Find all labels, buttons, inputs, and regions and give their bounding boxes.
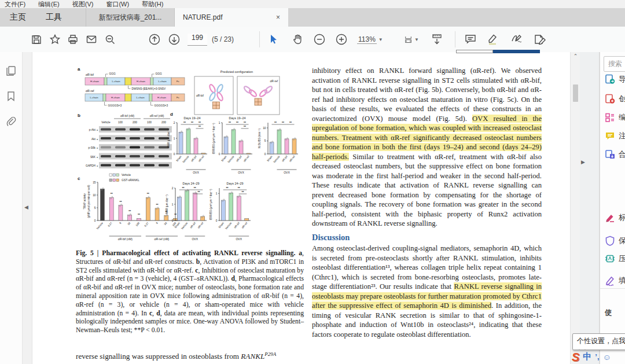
vertical-scrollbar[interactable]: ⌃ [570,52,580,364]
menu-window[interactable]: 窗口(W) [106,0,129,9]
svg-text:S6K: S6K [90,156,96,159]
left-panel-divider[interactable]: ◀ [23,52,32,364]
next-page-button[interactable] [167,32,182,47]
pages-icon [5,65,17,76]
tool-label: 保 [619,236,625,246]
scroll-up-icon[interactable]: ⌃ [571,53,580,59]
sogou-logo-icon[interactable]: S [572,351,579,363]
svg-text:**: ** [289,121,292,124]
personalization-tooltip[interactable]: 个性设置，点我 [572,333,625,350]
svg-text:0.27: 0.27 [144,222,149,227]
close-icon[interactable]: × [276,13,280,21]
svg-text:OVX: OVX [238,171,244,174]
fit-width-button[interactable]: ▼ [404,32,419,47]
svg-text:0: 0 [174,153,175,156]
doc-tab-nature[interactable]: NATURE.pdf × [174,8,288,27]
svg-text:BFR/BS (μm³ μm⁻² day⁻¹): BFR/BS (μm³ μm⁻² day⁻¹) [209,189,212,220]
tool-protect[interactable]: 保 [605,236,625,246]
collapse-left-icon[interactable]: ◀ [24,204,28,210]
svg-text:αR-bif: αR-bif [236,155,242,162]
tool-fill-sign[interactable]: 填 [605,275,625,286]
ime-language-toggle[interactable]: 中 [583,351,591,362]
svg-text:0.27: 0.27 [107,222,113,227]
print-button[interactable] [65,32,80,47]
chevron-down-icon: ▼ [378,37,383,42]
svg-text:OVX: OVX [284,171,290,174]
svg-text:OVX: OVX [236,237,242,241]
doc-tab-coronavirus[interactable]: 新型冠状病毒_201... [86,8,174,27]
svg-text:αR-ref: αR-ref [289,155,296,163]
ink-sign-icon [510,33,524,46]
arrow-up-circle-icon [148,33,161,46]
svg-text:H-chain: H-chain [90,80,99,83]
ime-punctuation-toggle[interactable]: ’, [595,352,599,361]
tool-compress-pdf[interactable]: 压 [605,253,625,264]
tool-organize-pages[interactable]: 编 [605,112,625,123]
svg-text:αR-bif: αR-bif [233,221,240,229]
svg-text:5: 5 [264,139,266,142]
export-pdf-icon [605,74,615,84]
fit-page-button[interactable] [429,32,444,47]
expand-right-icon[interactable]: ▶ [581,159,585,165]
svg-text:H-chain: H-chain [157,96,166,99]
previous-page-button[interactable] [147,32,162,47]
tool-label: 标 [619,212,625,223]
highlight-button[interactable] [485,32,500,47]
svg-text:Days 19–24: Days 19–24 [184,116,201,120]
svg-text:αR-bif (nM): αR-bif (nM) [120,115,134,117]
svg-text:p-S6k: p-S6k [88,146,95,149]
comment-icon [605,131,615,141]
save-button[interactable] [29,32,44,47]
search-input[interactable]: 搜索 [604,56,625,72]
fill-sign-icon [605,275,615,286]
select-tool-button[interactable] [266,32,281,47]
tab-home[interactable]: 主页 [0,8,36,27]
svg-text:**: ** [138,213,140,216]
tool-create-pdf[interactable]: 创 [605,94,625,104]
sign-button[interactable] [509,32,524,47]
svg-text:**: ** [147,192,149,196]
comment-icon [464,33,477,46]
tab-tools[interactable]: 工具 [36,8,72,27]
comment-button[interactable] [463,32,478,47]
attachments-button[interactable] [5,116,17,127]
tool-export-pdf[interactable]: 导 [605,74,625,84]
doc-tab-title: NATURE.pdf [183,13,222,21]
tool-combine-files[interactable]: 合 [605,149,625,160]
hand-tool-button[interactable] [290,32,305,47]
menu-help[interactable]: 帮助(H) [142,0,163,9]
tool-redact[interactable]: 标 [605,212,625,223]
menu-edit[interactable]: 编辑(E) [38,0,60,9]
svg-text:αR-bif (nM): αR-bif (nM) [118,237,133,241]
page-thumbnails-button[interactable] [5,65,17,76]
email-button[interactable] [84,32,99,47]
search-button[interactable] [102,32,117,47]
ime-emoji-button[interactable]: ☺ [603,352,611,362]
edit-page-button[interactable] [532,32,547,47]
paragraph: inhibitory effect on RANKL forward signa… [312,66,542,229]
figure-caption: Fig. 5 | Pharmacological effect of activ… [76,249,304,335]
redact-icon [605,212,615,223]
svg-text:▸: ▸ [97,156,98,159]
zoom-in-button[interactable] [334,32,349,47]
menu-file[interactable]: 文件(F) [5,0,25,9]
compress-pdf-icon [605,253,615,264]
bookmarks-button[interactable] [5,90,17,102]
svg-text:Vehicle: Vehicle [101,121,111,124]
menu-view[interactable]: 视图(V) [72,0,94,9]
page-number-input[interactable]: 199 [188,34,207,46]
svg-text:1: 1 [172,203,174,206]
svg-text:Vehicle: Vehicle [122,173,131,177]
arrow-down-circle-icon [168,33,181,46]
scrollbar-thumb[interactable] [573,84,578,102]
zoom-out-button[interactable] [312,32,327,47]
favorite-button[interactable] [47,32,62,47]
svg-text:OVX: OVX [192,237,198,241]
tool-comment[interactable]: 注 [605,131,625,141]
svg-text:MAR (μm day⁻¹): MAR (μm day⁻¹) [167,128,170,148]
svg-text:DWSNS-(EEAKK)×3-SNSV: DWSNS-(EEAKK)×3-SNSV [132,87,167,90]
zoom-level-select[interactable]: 113%▼ [357,32,383,47]
svg-text:Days 19–24: Days 19–24 [229,116,246,120]
right-panel-divider[interactable]: ▶ [580,52,600,364]
svg-text:Akt: Akt [91,138,96,141]
